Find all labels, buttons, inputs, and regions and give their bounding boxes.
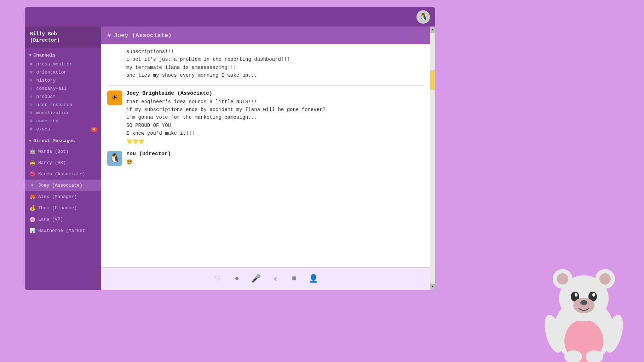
sidebar-channel-execs[interactable]: # execs4 bbox=[25, 125, 101, 133]
sidebar-channel-orientation[interactable]: # orientation bbox=[25, 68, 101, 76]
svg-point-12 bbox=[580, 300, 587, 305]
message-text-1: that engineer's idea sounds a little NUT… bbox=[126, 98, 424, 145]
person-icon[interactable]: ● bbox=[231, 273, 243, 285]
message-text-0: subscriptions!!!i bet it's just a proble… bbox=[126, 48, 424, 80]
dm-name-thom: Thom (Finance) bbox=[38, 205, 77, 211]
sidebar-channel-code-red[interactable]: # code-red bbox=[25, 117, 101, 125]
heart-icon[interactable]: ♡ bbox=[212, 273, 224, 285]
hash-icon: # bbox=[30, 62, 35, 67]
message-line: subscriptions!!! bbox=[126, 48, 424, 56]
dm-list: 🤖Wanda (Bot)🤠Harry (HR)🌺Karen (Associate… bbox=[25, 146, 101, 236]
dm-item-lana[interactable]: 🌸Lana (VP) bbox=[25, 214, 101, 225]
hash-icon: # bbox=[30, 102, 35, 107]
dm-avatar-lana: 🌸 bbox=[28, 215, 36, 223]
message-line: 🤓 bbox=[126, 158, 424, 166]
svg-point-9 bbox=[575, 293, 577, 297]
chat-header: # Joey (Associate) bbox=[101, 27, 430, 44]
dm-avatar-joey: ☀️ bbox=[28, 181, 36, 189]
message-line: i'm gonna vote for the marketing campaig… bbox=[126, 113, 424, 121]
dm-avatar-hawthorne: 📊 bbox=[28, 227, 36, 234]
dm-avatar-alex: 🦊 bbox=[28, 193, 36, 200]
message-author-2: You (Director) bbox=[126, 151, 424, 157]
bear-decoration bbox=[534, 249, 633, 362]
message-avatar-2: 🐧 bbox=[107, 151, 122, 166]
dm-name-karen: Karen (Associate) bbox=[38, 171, 85, 177]
scroll-down-button[interactable]: ▼ bbox=[430, 284, 435, 290]
dm-name-harry: Harry (HR) bbox=[38, 160, 66, 165]
dm-item-wanda[interactable]: 🤖Wanda (Bot) bbox=[25, 146, 101, 157]
hash-icon: # bbox=[107, 32, 111, 39]
dm-item-alex[interactable]: 🦊Alex (Manager) bbox=[25, 191, 101, 202]
scroll-up-button[interactable]: ▲ bbox=[430, 27, 435, 33]
message-group-1: ☀️Joey Brightside (Associate)that engine… bbox=[107, 90, 424, 145]
square-icon[interactable]: ■ bbox=[288, 273, 301, 285]
svg-point-5 bbox=[557, 273, 568, 285]
message-avatar-1: ☀️ bbox=[107, 90, 122, 105]
dm-label: Direct Messages bbox=[34, 138, 75, 144]
dm-arrow-icon: ▼ bbox=[29, 139, 31, 143]
channels-arrow-icon: ▼ bbox=[29, 53, 31, 58]
sidebar-channel-history[interactable]: # history bbox=[25, 76, 101, 84]
scrollbar[interactable]: ▲ ▼ bbox=[430, 27, 435, 290]
chat-area: # Joey (Associate) subscriptions!!!i bet… bbox=[101, 27, 430, 290]
top-bar: 🐧 bbox=[25, 7, 435, 27]
hash-icon: # bbox=[30, 70, 35, 75]
dm-name-joey: Joey (Associate) bbox=[38, 183, 82, 188]
sidebar: Billy Bob (Director) ▼ Channels # press-… bbox=[25, 27, 101, 290]
sidebar-channel-press-monitor[interactable]: # press-monitor bbox=[25, 60, 101, 68]
hash-icon: # bbox=[30, 78, 35, 83]
server-name[interactable]: Billy Bob (Director) bbox=[25, 27, 101, 48]
message-line: my terramate ilana is amaaaaaazing!!! bbox=[126, 64, 424, 71]
message-line: 🌟🌟🌟 bbox=[126, 138, 424, 145]
dm-item-harry[interactable]: 🤠Harry (HR) bbox=[25, 157, 101, 168]
dm-avatar-wanda: 🤖 bbox=[28, 147, 36, 155]
dm-item-thom[interactable]: 💰Thom (Finance) bbox=[25, 202, 101, 214]
message-line: i bet it's just a problem in the reporti… bbox=[126, 56, 424, 63]
hash-icon: # bbox=[30, 118, 35, 124]
chat-messages[interactable]: subscriptions!!!i bet it's just a proble… bbox=[101, 44, 430, 267]
message-content-0: subscriptions!!!i bet it's just a proble… bbox=[126, 48, 424, 80]
badge-execs: 4 bbox=[91, 127, 97, 132]
dm-header[interactable]: ▼ Direct Messages bbox=[25, 133, 101, 146]
message-line: if my subscriptions ends by accident my … bbox=[126, 106, 424, 113]
dm-name-wanda: Wanda (Bot) bbox=[38, 149, 69, 154]
main-area: Billy Bob (Director) ▼ Channels # press-… bbox=[25, 27, 435, 290]
sidebar-channel-user-research[interactable]: # user-research bbox=[25, 101, 101, 109]
channel-title: Joey (Associate) bbox=[114, 32, 172, 39]
dm-avatar-karen: 🌺 bbox=[28, 170, 36, 178]
mic-icon[interactable]: 🎤 bbox=[250, 273, 263, 285]
svg-point-11 bbox=[573, 298, 594, 313]
dm-avatar-thom: 💰 bbox=[28, 204, 36, 212]
hash-icon: # bbox=[30, 86, 35, 91]
user-avatar[interactable]: 🐧 bbox=[416, 10, 430, 24]
sidebar-channel-monetization[interactable]: # monetization bbox=[25, 109, 101, 117]
message-author-1: Joey Brightside (Associate) bbox=[126, 90, 424, 97]
sidebar-channel-product[interactable]: # product bbox=[25, 93, 101, 101]
sparkle-icon[interactable]: ✳ bbox=[269, 273, 282, 285]
dm-name-alex: Alex (Manager) bbox=[38, 194, 77, 199]
message-text-2: 🤓 bbox=[126, 158, 424, 166]
dm-item-karen[interactable]: 🌺Karen (Associate) bbox=[25, 168, 101, 180]
hash-icon: # bbox=[30, 127, 35, 132]
scroll-track bbox=[430, 33, 435, 284]
channels-label: Channels bbox=[34, 53, 56, 58]
hash-icon: # bbox=[30, 94, 35, 99]
dm-item-hawthorne[interactable]: 📊Hawthorne (Market bbox=[25, 225, 101, 236]
message-line: she ties my shoes every morning I wake u… bbox=[126, 71, 424, 79]
message-line: that engineer's idea sounds a little NUT… bbox=[126, 98, 424, 106]
message-group-2: 🐧You (Director)🤓 bbox=[107, 151, 424, 166]
app-container: 🐧 Billy Bob (Director) ▼ Channels # pres… bbox=[25, 7, 435, 290]
person2-icon[interactable]: 👤 bbox=[307, 273, 320, 285]
dm-item-joey[interactable]: ☀️Joey (Associate) bbox=[25, 180, 101, 191]
message-content-1: Joey Brightside (Associate)that engineer… bbox=[126, 90, 424, 145]
channels-list: # press-monitor# orientation# history# c… bbox=[25, 60, 101, 133]
message-line: SO PROUD OF YOU bbox=[126, 122, 424, 129]
dm-name-lana: Lana (VP) bbox=[38, 217, 63, 222]
svg-point-6 bbox=[599, 273, 611, 285]
channels-header[interactable]: ▼ Channels bbox=[25, 48, 101, 60]
scroll-thumb[interactable] bbox=[430, 70, 435, 90]
hash-icon: # bbox=[30, 110, 35, 116]
sidebar-channel-company-all[interactable]: # company-all bbox=[25, 84, 101, 93]
message-group-0: subscriptions!!!i bet it's just a proble… bbox=[107, 48, 424, 80]
chat-input-bar: ♡●🎤✳■👤 bbox=[101, 267, 430, 290]
